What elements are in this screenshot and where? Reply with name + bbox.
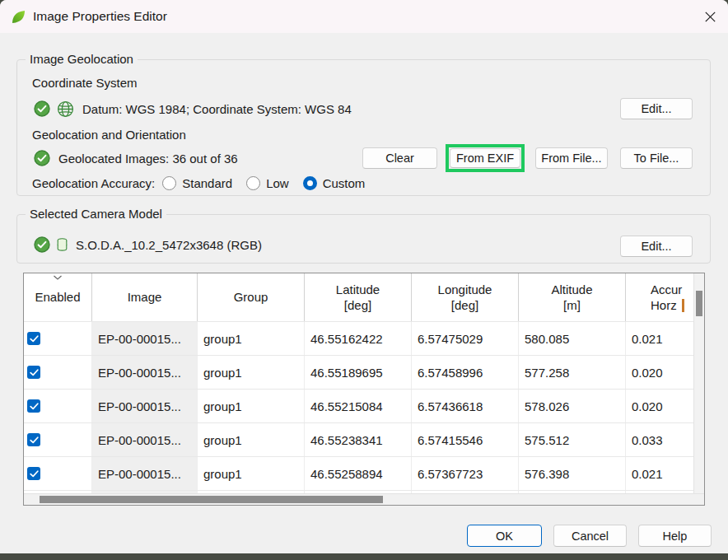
help-button[interactable]: Help [638, 525, 712, 547]
clear-button[interactable]: Clear [362, 147, 437, 169]
sort-chevron-down-icon[interactable] [54, 275, 63, 280]
column-header-image[interactable]: Image [92, 273, 198, 321]
cell-longitude[interactable]: 6.57458996 [412, 356, 519, 389]
radio-option-standard[interactable]: Standard [162, 176, 232, 190]
header-label: Accur [651, 282, 682, 298]
cell-latitude[interactable]: 46.55258894 [305, 457, 412, 490]
globe-icon [57, 100, 74, 118]
cell-longitude[interactable]: 6.57367723 [412, 457, 519, 490]
checkbox-check-icon [30, 369, 39, 376]
column-header-longitude[interactable]: Longitude [deg] [412, 273, 519, 321]
status-check-icon [34, 100, 50, 117]
header-label: Enabled [35, 289, 80, 306]
cell-altitude[interactable]: 580.085 [519, 322, 626, 355]
geolocation-accuracy-label: Geolocation Accuracy: [32, 176, 155, 190]
cell-longitude[interactable]: 6.57475029 [412, 322, 519, 355]
radio-option-custom[interactable]: Custom [303, 176, 366, 190]
from-exif-highlight-box: From EXIF [446, 144, 525, 172]
cell-enabled[interactable] [24, 423, 92, 456]
cell-group[interactable]: group1 [198, 390, 305, 422]
cell-image[interactable]: EP-00-00015... [92, 390, 198, 422]
group-title: Selected Camera Model [26, 207, 166, 221]
cell-accuracy-horz[interactable]: 0.021 [626, 457, 704, 490]
cancel-button[interactable]: Cancel [553, 525, 627, 547]
column-header-latitude[interactable]: Latitude [deg] [305, 273, 412, 321]
cell-enabled[interactable] [24, 457, 92, 490]
table-header-row: Enabled Image Group Latitude [deg] Longi… [24, 273, 704, 321]
radio-label: Standard [182, 176, 232, 190]
radio-label: Low [266, 176, 289, 190]
cell-longitude[interactable]: 6.57436618 [412, 390, 519, 422]
cell-enabled[interactable] [24, 390, 92, 422]
from-exif-button[interactable]: From EXIF [450, 148, 520, 168]
status-check-icon [34, 150, 50, 166]
enabled-checkbox[interactable] [27, 366, 40, 379]
ok-button[interactable]: OK [467, 525, 542, 547]
cell-latitude[interactable]: 46.55238341 [305, 423, 412, 456]
enabled-checkbox[interactable] [27, 399, 40, 413]
cell-group[interactable]: group1 [198, 457, 305, 490]
table-body: EP-00-00015...group146.551624226.5747502… [24, 321, 704, 498]
enabled-checkbox[interactable] [27, 332, 40, 345]
radio-option-low[interactable]: Low [246, 176, 289, 190]
image-properties-dialog: Image Properties Editor Image Geolocatio… [0, 0, 728, 553]
table-row: EP-00-00015...group146.551896956.5745899… [24, 355, 704, 389]
horizontal-scrollbar[interactable] [24, 493, 704, 505]
cell-group[interactable]: group1 [198, 356, 305, 389]
checkbox-check-icon [30, 436, 39, 444]
from-file-button[interactable]: From File... [535, 147, 608, 169]
geolocated-images-text: Geolocated Images: 36 out of 36 [58, 152, 238, 166]
radio-unselected-icon[interactable] [246, 176, 260, 190]
group-title: Image Geolocation [26, 52, 138, 66]
status-check-icon [34, 236, 50, 253]
cell-accuracy-horz[interactable]: 0.033 [626, 423, 704, 456]
coordinate-system-status-row: Datum: WGS 1984; Coordinate System: WGS … [34, 98, 352, 119]
close-button[interactable] [692, 0, 728, 33]
cell-image[interactable]: EP-00-00015... [92, 322, 198, 355]
camera-database-icon [57, 238, 68, 251]
cell-altitude[interactable]: 577.258 [519, 356, 626, 389]
titlebar[interactable]: Image Properties Editor [0, 0, 728, 33]
cell-altitude[interactable]: 578.026 [519, 390, 626, 422]
table-row: EP-00-00015...group146.551624226.5747502… [24, 321, 704, 355]
cell-group[interactable]: group1 [198, 322, 305, 355]
cell-enabled[interactable] [24, 322, 92, 355]
table-row: EP-00-00015...group146.552588946.5736772… [24, 456, 704, 490]
coordinate-system-label: Coordinate System [32, 76, 138, 90]
cell-latitude[interactable]: 46.55162422 [305, 322, 412, 355]
radio-label: Custom [323, 176, 366, 190]
column-header-accuracy-horz[interactable]: Accur Horz [626, 273, 704, 321]
cell-image[interactable]: EP-00-00015... [92, 423, 198, 456]
accuracy-row: Geolocation Accuracy: StandardLowCustom [32, 173, 379, 193]
enabled-checkbox[interactable] [27, 433, 40, 446]
edit-coordinate-system-button[interactable]: Edit... [620, 98, 693, 119]
column-header-altitude[interactable]: Altitude [m] [519, 273, 626, 321]
cell-latitude[interactable]: 46.55215084 [305, 390, 412, 422]
cell-enabled[interactable] [24, 356, 92, 389]
cell-image[interactable]: EP-00-00015... [92, 356, 198, 389]
header-label: Longitude [438, 282, 492, 298]
radio-unselected-icon[interactable] [162, 176, 176, 190]
cell-accuracy-horz[interactable]: 0.020 [626, 356, 704, 389]
close-icon [705, 12, 716, 22]
radio-selected-icon[interactable] [303, 176, 317, 190]
cell-accuracy-horz[interactable]: 0.021 [626, 322, 704, 355]
cell-longitude[interactable]: 6.57415546 [412, 423, 519, 456]
cell-group[interactable]: group1 [198, 423, 305, 456]
camera-model-text: S.O.D.A._10.2_5472x3648 (RGB) [76, 238, 262, 252]
vertical-scrollbar[interactable] [693, 273, 704, 493]
cell-accuracy-horz[interactable]: 0.020 [626, 390, 704, 422]
cell-altitude[interactable]: 576.398 [519, 457, 626, 490]
horizontal-scrollbar-thumb[interactable] [40, 496, 383, 503]
window-title: Image Properties Editor [33, 9, 167, 24]
cell-image[interactable]: EP-00-00015... [92, 457, 198, 490]
column-header-group[interactable]: Group [198, 273, 305, 321]
vertical-scrollbar-thumb[interactable] [696, 291, 702, 316]
to-file-button[interactable]: To File... [620, 147, 693, 169]
checkbox-check-icon [30, 335, 39, 343]
cell-altitude[interactable]: 575.512 [519, 423, 626, 456]
cell-latitude[interactable]: 46.55189695 [305, 356, 412, 389]
enabled-checkbox[interactable] [27, 467, 40, 480]
edit-camera-model-button[interactable]: Edit... [620, 236, 693, 257]
column-header-enabled[interactable]: Enabled [24, 273, 92, 321]
